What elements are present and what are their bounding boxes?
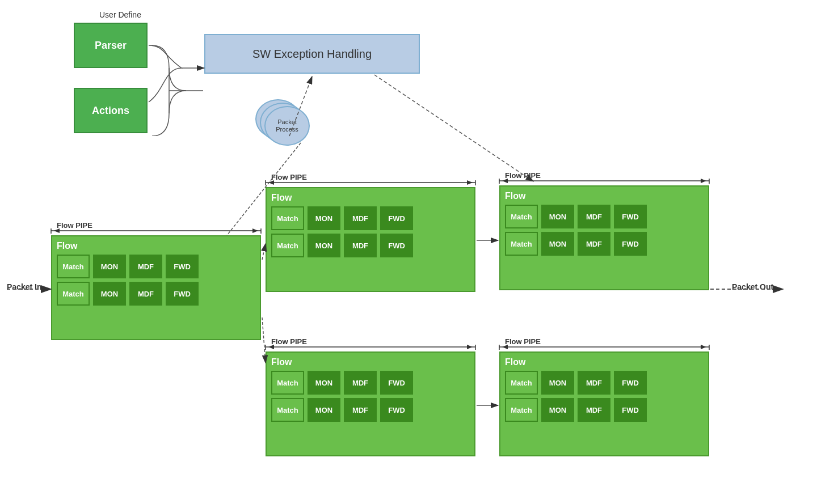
cell-right-bot-2-mon: MON bbox=[541, 398, 574, 422]
sw-exception-box: SW Exception Handling bbox=[204, 34, 420, 74]
svg-marker-23 bbox=[467, 345, 473, 349]
svg-marker-18 bbox=[467, 180, 473, 185]
flow-row-right-top-2: Match MON MDF FWD bbox=[505, 232, 704, 256]
packet-out-label: Packet Out bbox=[732, 282, 773, 291]
svg-marker-30 bbox=[701, 179, 706, 183]
cell-right-top-2-mdf: MDF bbox=[578, 232, 610, 256]
cell-mid-bot-2-mdf: MDF bbox=[344, 398, 377, 422]
svg-line-38 bbox=[374, 75, 533, 181]
user-define-label: User Define bbox=[99, 10, 141, 19]
cell-right-bot-2-match: Match bbox=[505, 398, 538, 422]
flow-title-right-bot: Flow bbox=[505, 357, 704, 367]
flow-pipe-label-right-bot: Flow PIPE bbox=[505, 337, 541, 346]
cell-right-bot-1-mdf: MDF bbox=[578, 371, 610, 395]
flow-pipe-label-mid-bot: Flow PIPE bbox=[271, 337, 307, 346]
cell-mid-bot-1-fwd: FWD bbox=[380, 371, 413, 395]
cell-mid-bot-1-match: Match bbox=[271, 371, 304, 395]
flow-container-mid-bot: Flow Match MON MDF FWD Match MON MDF FWD bbox=[266, 351, 475, 456]
cell-right-bot-1-mon: MON bbox=[541, 371, 574, 395]
cell-left-2-fwd: FWD bbox=[166, 282, 199, 306]
parser-label: Parser bbox=[95, 40, 127, 52]
flow-container-left: Flow Match MON MDF FWD Match MON MDF FWD bbox=[51, 235, 261, 340]
flow-row-right-bot-2: Match MON MDF FWD bbox=[505, 398, 704, 422]
flow-container-right-bot: Flow Match MON MDF FWD Match MON MDF FWD bbox=[499, 351, 709, 456]
actions-box: Actions bbox=[74, 88, 148, 133]
cell-mid-top-1-match: Match bbox=[271, 206, 304, 230]
flow-row-right-bot-1: Match MON MDF FWD bbox=[505, 371, 704, 395]
cell-left-2-mon: MON bbox=[93, 282, 126, 306]
flow-row-left-2: Match MON MDF FWD bbox=[57, 282, 255, 306]
cell-right-bot-1-fwd: FWD bbox=[614, 371, 647, 395]
cell-left-1-mon: MON bbox=[93, 255, 126, 278]
cell-left-2-match: Match bbox=[57, 282, 90, 306]
cell-mid-top-1-mon: MON bbox=[308, 206, 340, 230]
cell-right-top-1-match: Match bbox=[505, 205, 538, 228]
cell-right-bot-1-match: Match bbox=[505, 371, 538, 395]
svg-marker-35 bbox=[701, 345, 706, 349]
flow-title-left: Flow bbox=[57, 241, 255, 251]
parser-box: Parser bbox=[74, 23, 148, 68]
flow-title-right-top: Flow bbox=[505, 191, 704, 201]
packet-process-circle-3: PacketProcess bbox=[264, 106, 310, 146]
cell-mid-bot-1-mdf: MDF bbox=[344, 371, 377, 395]
flow-container-mid-top: Flow Match MON MDF FWD Match MON MDF FWD bbox=[266, 187, 475, 292]
cell-mid-top-2-mon: MON bbox=[308, 234, 340, 257]
cell-right-top-1-mdf: MDF bbox=[578, 205, 610, 228]
flow-pipe-label-left: Flow PIPE bbox=[57, 221, 92, 230]
flow-container-right-top: Flow Match MON MDF FWD Match MON MDF FWD bbox=[499, 185, 709, 290]
packet-process-label: PacketProcess bbox=[276, 118, 298, 133]
cell-right-bot-2-mdf: MDF bbox=[578, 398, 610, 422]
flow-row-left-1: Match MON MDF FWD bbox=[57, 255, 255, 278]
svg-marker-11 bbox=[252, 228, 258, 233]
cell-mid-bot-2-fwd: FWD bbox=[380, 398, 413, 422]
flow-pipe-label-mid-top: Flow PIPE bbox=[271, 173, 307, 181]
cell-mid-top-2-match: Match bbox=[271, 234, 304, 257]
cell-left-1-match: Match bbox=[57, 255, 90, 278]
actions-label: Actions bbox=[92, 105, 129, 117]
sw-exception-label: SW Exception Handling bbox=[252, 48, 372, 61]
cell-right-top-2-mon: MON bbox=[541, 232, 574, 256]
cell-mid-top-1-fwd: FWD bbox=[380, 206, 413, 230]
cell-mid-bot-2-match: Match bbox=[271, 398, 304, 422]
cell-mid-top-2-mdf: MDF bbox=[344, 234, 377, 257]
cell-mid-bot-2-mon: MON bbox=[308, 398, 340, 422]
flow-pipe-label-right-top: Flow PIPE bbox=[505, 171, 541, 180]
flow-title-mid-bot: Flow bbox=[271, 357, 470, 367]
flow-row-mid-top-1: Match MON MDF FWD bbox=[271, 206, 470, 230]
flow-row-mid-bot-1: Match MON MDF FWD bbox=[271, 371, 470, 395]
cell-left-1-fwd: FWD bbox=[166, 255, 199, 278]
cell-right-top-1-mon: MON bbox=[541, 205, 574, 228]
flow-row-right-top-1: Match MON MDF FWD bbox=[505, 205, 704, 228]
cell-right-top-1-fwd: FWD bbox=[614, 205, 647, 228]
flow-row-mid-bot-2: Match MON MDF FWD bbox=[271, 398, 470, 422]
cell-mid-top-1-mdf: MDF bbox=[344, 206, 377, 230]
cell-mid-bot-1-mon: MON bbox=[308, 371, 340, 395]
flow-title-mid-top: Flow bbox=[271, 193, 470, 203]
flow-row-mid-top-2: Match MON MDF FWD bbox=[271, 234, 470, 257]
packet-in-label: Packet In bbox=[7, 282, 41, 291]
cell-left-1-mdf: MDF bbox=[129, 255, 162, 278]
diagram-container: User Define Parser Actions SW Exception … bbox=[0, 0, 817, 504]
cell-right-top-2-match: Match bbox=[505, 232, 538, 256]
cell-mid-top-2-fwd: FWD bbox=[380, 234, 413, 257]
cell-right-top-2-fwd: FWD bbox=[614, 232, 647, 256]
cell-right-bot-2-fwd: FWD bbox=[614, 398, 647, 422]
cell-left-2-mdf: MDF bbox=[129, 282, 162, 306]
